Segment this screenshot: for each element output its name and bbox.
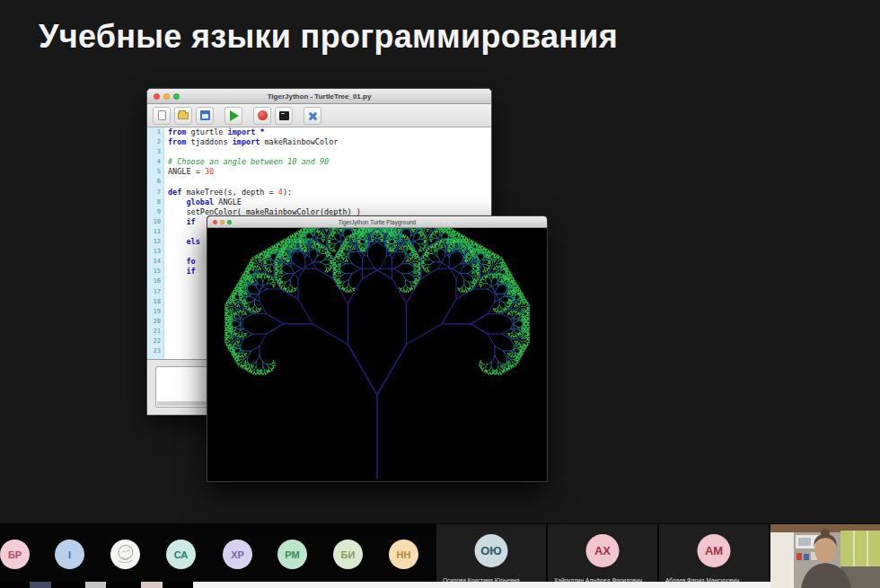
webcam-video-tile[interactable] <box>770 524 880 588</box>
shared-slide: Учебные языки программирования TigerJyth… <box>0 0 880 523</box>
open-file-button[interactable] <box>174 107 192 125</box>
new-file-icon <box>158 110 166 120</box>
participant-avatar[interactable]: БИ <box>333 540 363 569</box>
turtle-canvas <box>207 228 547 482</box>
participant-avatar[interactable]: БР <box>0 540 30 569</box>
participant-avatar[interactable]: РМ <box>277 540 307 569</box>
window-thumbnail <box>30 582 51 588</box>
minimize-icon[interactable] <box>163 93 170 100</box>
named-participant-row: ОЮОсипова Кристина ЮрьевнаАХХайруллин Ал… <box>436 524 769 587</box>
ide-window-buttons <box>154 93 180 100</box>
playground-window: TigerJython Turtle Playground <box>207 215 548 482</box>
debug-icon <box>258 110 268 120</box>
participant-avatar[interactable]: СА <box>166 540 196 569</box>
participant-avatar-sketch[interactable] <box>110 540 140 569</box>
code-line: global ANGLE <box>168 197 491 207</box>
run-button[interactable] <box>224 107 242 125</box>
code-line: from gturtle import * <box>168 127 491 137</box>
zoom-window-icon[interactable] <box>227 220 232 224</box>
console-button[interactable] <box>275 107 293 125</box>
debug-button[interactable] <box>253 107 271 125</box>
run-icon <box>230 110 239 121</box>
code-line: def makeTree(s, depth = 4): <box>168 188 491 197</box>
participant-avatar[interactable]: I <box>55 540 84 569</box>
save-file-button[interactable] <box>196 107 214 125</box>
ide-titlebar: TigerJython - TurtleTree_01.py <box>147 89 491 104</box>
participant-tile[interactable]: ОЮОсипова Кристина Юрьевна <box>436 524 546 587</box>
code-line: # Choose an angle between 10 and 90 <box>168 157 491 167</box>
zoom-window-icon[interactable] <box>173 93 180 100</box>
code-line: ANGLE = 30 <box>168 167 491 177</box>
ide-window-title: TigerJython - TurtleTree_01.py <box>268 92 372 101</box>
participant-tile[interactable]: АХХайруллин Альфред Фаридович <box>548 524 657 587</box>
code-line <box>168 147 491 157</box>
participant-avatar: АМ <box>698 534 731 567</box>
window-thumbnail <box>85 582 106 588</box>
window-thumbnail <box>193 582 770 588</box>
window-thumbnail <box>141 582 163 588</box>
save-icon <box>200 110 210 120</box>
webcam-video <box>770 524 880 588</box>
playground-titlebar: TigerJython Turtle Playground <box>207 216 547 228</box>
console-icon <box>279 111 289 120</box>
participant-avatar: АХ <box>586 534 620 567</box>
close-icon[interactable] <box>154 93 160 100</box>
slide-title: Учебные языки программирования <box>39 18 618 56</box>
code-line <box>168 177 491 187</box>
playground-window-buttons <box>213 220 232 224</box>
background-windows-strip <box>0 582 770 588</box>
close-icon[interactable] <box>213 220 217 224</box>
participant-avatar[interactable]: НН <box>389 540 418 569</box>
participant-avatar[interactable]: ХР <box>223 540 252 569</box>
new-file-button[interactable] <box>153 107 171 125</box>
participants-strip: БРIСАХРРМБИНН ОЮОсипова Кристина Юрьевна… <box>0 523 880 588</box>
participant-avatar: ОЮ <box>475 534 508 567</box>
participant-tile[interactable]: АМАблаев Фарид Мансурович <box>659 524 769 587</box>
minimize-icon[interactable] <box>220 220 224 224</box>
line-number-gutter: 1234567891011121314151617181920212223 <box>147 127 164 359</box>
tools-icon <box>307 110 318 121</box>
playground-window-title: TigerJython Turtle Playground <box>339 219 416 225</box>
ide-toolbar <box>147 104 491 127</box>
zoom-meeting-screen: Учебные языки программирования TigerJyth… <box>0 0 880 588</box>
tools-button[interactable] <box>304 107 321 125</box>
code-line: from tjaddons import makeRainbowColor <box>168 137 491 147</box>
open-folder-icon <box>178 112 189 119</box>
